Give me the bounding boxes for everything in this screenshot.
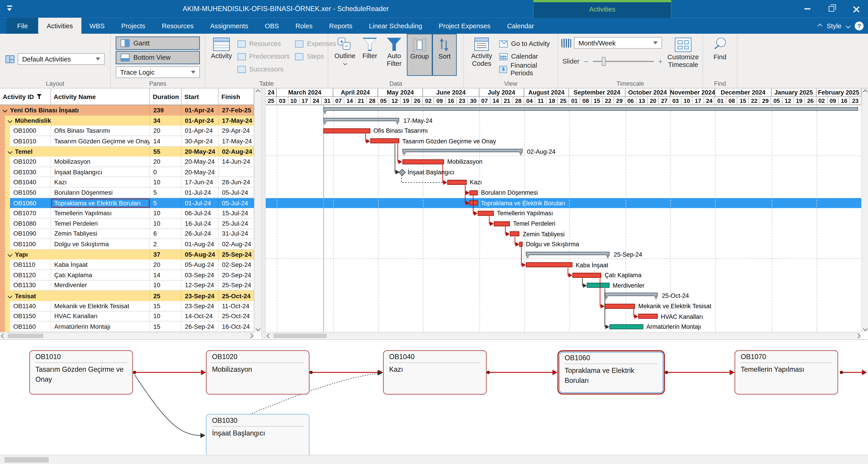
timescale-month[interactable]: August 2024 <box>524 89 569 97</box>
scroll-down-icon[interactable] <box>255 325 261 332</box>
timescale-week[interactable]: 22 <box>749 97 760 105</box>
timescale-week[interactable]: 17 <box>693 97 704 105</box>
collapse-chevron-icon[interactable] <box>3 108 7 112</box>
timescale-month[interactable]: June 2024 <box>423 89 479 97</box>
timescale-month[interactable]: October 2024 <box>625 89 670 97</box>
table-row-ob1060[interactable]: OB1060Topraklama ve Elektrik Boruları501… <box>0 198 254 208</box>
collapse-chevron-icon[interactable] <box>8 294 12 298</box>
timescale-week[interactable]: 04 <box>524 97 535 105</box>
table-row-ob1040[interactable]: OB1040Kazı1017-Jun-2428-Jun-24 <box>0 177 254 188</box>
table-row-ob1080[interactable]: OB1080Temel Perdeleri1016-Jul-2425-Jul-2… <box>0 219 254 229</box>
slider-minus-icon[interactable]: − <box>584 57 588 66</box>
menu-tab-linear-scheduling[interactable]: Linear Scheduling <box>361 18 431 34</box>
timescale-week[interactable]: 22 <box>603 97 614 105</box>
timescale-month[interactable]: July 2024 <box>479 89 524 97</box>
gantt-toggle[interactable]: Gantt <box>116 37 200 50</box>
column-header-4[interactable]: Start <box>182 89 219 105</box>
collapse-chevron-icon[interactable] <box>8 149 12 154</box>
menu-tab-calendar[interactable]: Calendar <box>499 18 542 34</box>
trace-box-ob1070[interactable]: OB1070Temellerin Yapılması <box>735 350 838 395</box>
timescale-week[interactable]: 12 <box>389 97 401 105</box>
timescale-week[interactable]: 06 <box>625 97 637 105</box>
table-row-ob1120[interactable]: OB1120Çatı Kaplama1403-Sep-2420-Sep-24 <box>0 270 254 280</box>
trace-box-ob1030[interactable]: OB1030İnşaat Başlangıcı <box>206 414 309 455</box>
timescale-week[interactable]: 10 <box>288 97 300 105</box>
outline-button[interactable]: +− Outline <box>332 34 358 76</box>
activity-table-button[interactable]: Activity <box>211 34 232 76</box>
timescale-week[interactable]: 01 <box>715 97 726 105</box>
menu-tab-assignments[interactable]: Assignments <box>202 18 257 34</box>
table-row[interactable]: Yeni Ofis Binası İnşaatı23901-Apr-2427-F… <box>0 105 254 115</box>
timescale-header[interactable]: 24March 2024April 2024May 2024June 2024J… <box>266 89 862 105</box>
bottom-view-combo[interactable]: Trace Logic <box>116 66 200 78</box>
auto-filter-button[interactable]: Auto Filter <box>381 34 407 76</box>
scrollbar-thumb[interactable] <box>274 334 327 338</box>
timescale-week[interactable]: 05 <box>378 97 389 105</box>
close-button[interactable] <box>843 0 868 18</box>
filter-button[interactable]: Filter <box>358 34 381 76</box>
slider-plus-icon[interactable]: + <box>658 57 662 66</box>
timescale-month[interactable]: April 2024 <box>333 89 378 97</box>
timescale-week[interactable]: 14 <box>491 97 502 105</box>
timescale-week[interactable]: 29 <box>760 97 771 105</box>
trace-box-ob1010[interactable]: OB1010Tasarım Gözden Geçirme ve Onay <box>29 350 133 395</box>
timescale-week[interactable]: 03 <box>277 97 288 105</box>
timescale-month[interactable]: May 2024 <box>378 89 423 97</box>
menu-tab-roles[interactable]: Roles <box>287 18 321 34</box>
timescale-week[interactable]: 08 <box>580 97 592 105</box>
timescale-week[interactable]: 18 <box>547 97 558 105</box>
timescale-week[interactable]: 30 <box>468 97 479 105</box>
timescale-week[interactable]: 16 <box>839 97 850 105</box>
filter-applied-icon[interactable] <box>37 94 42 99</box>
table-row-ob1140[interactable]: OB1140Mekanik ve Elektrik Tesisat1523-Se… <box>0 301 254 311</box>
trace-box-ob1040[interactable]: OB1040Kazı <box>383 350 487 395</box>
menu-tab-project-expenses[interactable]: Project Expenses <box>431 18 499 34</box>
slider-thumb[interactable] <box>602 57 606 66</box>
timescale-week[interactable]: 28 <box>513 97 524 105</box>
table-row-ob1150[interactable]: OB1150HVAC Kanalları1014-Oct-2425-Oct-24 <box>0 311 254 322</box>
pane-splitter[interactable] <box>261 89 266 339</box>
timescale-week[interactable]: 31 <box>322 97 333 105</box>
timescale-week[interactable]: 01 <box>569 97 581 105</box>
find-button[interactable]: Find <box>703 34 737 76</box>
timescale-week[interactable]: 17 <box>300 97 311 105</box>
menu-tab-obs[interactable]: OBS <box>256 18 287 34</box>
table-row-ob1100[interactable]: OB1100Dolgu ve Sıkıştırma201-Aug-2402-Au… <box>0 239 254 250</box>
table-row-ob1050[interactable]: OB1050Boruların Döşenmesi501-Jul-2405-Ju… <box>0 188 254 198</box>
column-header-5[interactable]: Finish <box>219 89 254 105</box>
column-header-2[interactable]: Activity Name <box>51 89 150 105</box>
trace-box-ob1020[interactable]: OB1020Mobilizasyon <box>206 350 309 395</box>
menu-tab-file[interactable]: File <box>6 18 38 34</box>
timescale-month[interactable]: February 2025 <box>816 89 862 97</box>
scroll-right-icon[interactable] <box>247 332 254 339</box>
predecessors-button[interactable]: Predecessors <box>238 51 290 63</box>
resources-button[interactable]: Resources <box>238 37 290 50</box>
table-row-ob1070[interactable]: OB1070Temellerin Yapılması1006-Jul-2415-… <box>0 208 254 219</box>
timescale-week[interactable]: 26 <box>805 97 816 105</box>
table-row[interactable]: Yapı3705-Aug-2425-Sep-24 <box>0 250 254 260</box>
scrollbar-thumb[interactable] <box>4 457 49 462</box>
timescale-week[interactable]: 15 <box>592 97 603 105</box>
scroll-left-icon[interactable] <box>266 332 272 339</box>
table-horizontal-scrollbar[interactable] <box>0 332 254 338</box>
table-row-ob1020[interactable]: OB1020Mobilizasyon2020-May-2414-Jun-24 <box>0 157 254 167</box>
timescale-combo[interactable]: Month/Week <box>574 37 662 48</box>
table-row[interactable]: Tesisat2523-Sep-2425-Oct-24 <box>0 291 254 301</box>
menu-tab-wbs[interactable]: WBS <box>81 18 113 34</box>
scroll-right-icon[interactable] <box>855 332 861 339</box>
group-toggle[interactable]: Group <box>407 34 433 76</box>
timescale-week[interactable]: 24 <box>311 97 322 105</box>
timescale-month[interactable]: 24 <box>266 89 277 97</box>
timescale-week[interactable]: 14 <box>344 97 355 105</box>
trace-horizontal-scrollbar[interactable] <box>0 455 868 464</box>
menu-tab-reports[interactable]: Reports <box>321 18 361 34</box>
scroll-left-icon[interactable] <box>0 332 6 339</box>
timescale-week[interactable]: 02 <box>816 97 828 105</box>
layout-combo[interactable]: Default Activities <box>18 53 104 65</box>
timescale-week[interactable]: 23 <box>457 97 468 105</box>
timescale-week[interactable]: 03 <box>670 97 682 105</box>
scrollbar-thumb[interactable] <box>8 334 43 338</box>
timescale-week[interactable]: 28 <box>367 97 378 105</box>
timescale-week[interactable]: 27 <box>659 97 670 105</box>
timescale-week[interactable]: 11 <box>535 97 547 105</box>
